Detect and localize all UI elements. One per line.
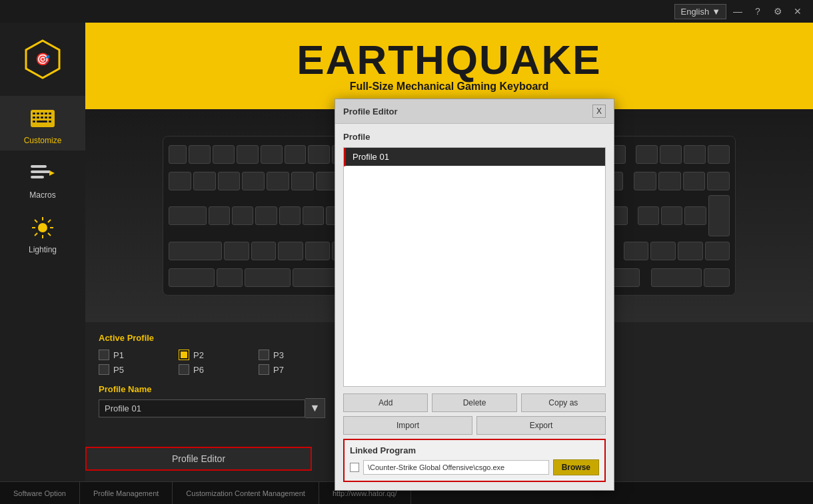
modal-body: Profile Profile 01 Add Delete Copy as Im… [335,124,614,490]
modal-add-button[interactable]: Add [343,393,428,412]
modal-export-button[interactable]: Export [476,416,606,435]
modal-delete-button[interactable]: Delete [432,393,516,412]
modal-profile-item[interactable]: Profile 01 [344,148,605,166]
modal-section-label: Profile [343,132,606,142]
linked-program-checkbox[interactable] [350,463,359,472]
modal-overlay: Profile Editor X Profile Profile 01 Add … [0,0,813,504]
modal-copy-as-button[interactable]: Copy as [521,393,606,412]
profile-editor-modal: Profile Editor X Profile Profile 01 Add … [335,99,614,491]
modal-title: Profile Editor [343,107,398,117]
linked-program-row: \Counter-Strike Global Offensive\csgo.ex… [350,459,599,475]
modal-action-buttons: Add Delete Copy as [343,393,606,412]
browse-button[interactable]: Browse [553,459,599,475]
modal-close-button[interactable]: X [592,105,606,118]
modal-header: Profile Editor X [335,99,614,124]
modal-profile-list[interactable]: Profile 01 [343,147,606,387]
linked-program-path: \Counter-Strike Global Offensive\csgo.ex… [363,460,549,475]
modal-io-buttons: Import Export [343,416,606,435]
modal-import-button[interactable]: Import [343,416,472,435]
linked-program-title: Linked Program [350,445,599,455]
modal-linked-program: Linked Program \Counter-Strike Global Of… [343,439,606,482]
